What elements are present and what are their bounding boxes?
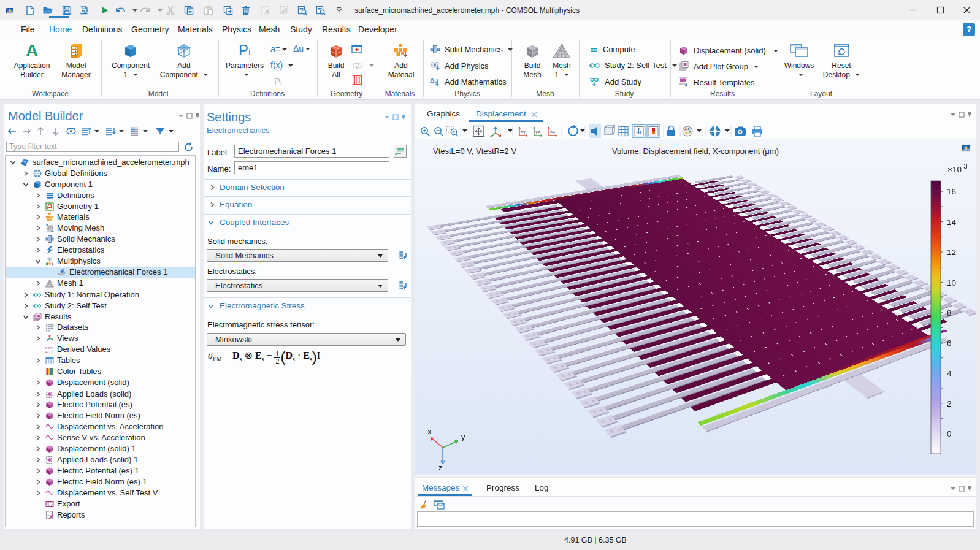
svg-text:xz: xz	[550, 129, 555, 134]
svg-text:16: 16	[947, 187, 956, 196]
svg-text:0: 0	[947, 429, 952, 438]
svg-text:×10: ×10	[947, 165, 962, 174]
svg-text:x: x	[427, 427, 432, 436]
svg-text:6: 6	[947, 338, 952, 348]
svg-text:4: 4	[947, 369, 952, 378]
svg-text:xy: xy	[521, 129, 526, 134]
svg-text:2: 2	[947, 399, 952, 408]
svg-text:8: 8	[947, 308, 952, 318]
svg-text:14: 14	[947, 218, 957, 227]
svg-text:z: z	[438, 463, 443, 472]
svg-text:-3: -3	[962, 163, 967, 170]
svg-text:10: 10	[947, 278, 956, 288]
svg-text:12: 12	[947, 248, 956, 257]
svg-text:y: y	[461, 432, 465, 441]
svg-text:yz: yz	[535, 129, 540, 134]
